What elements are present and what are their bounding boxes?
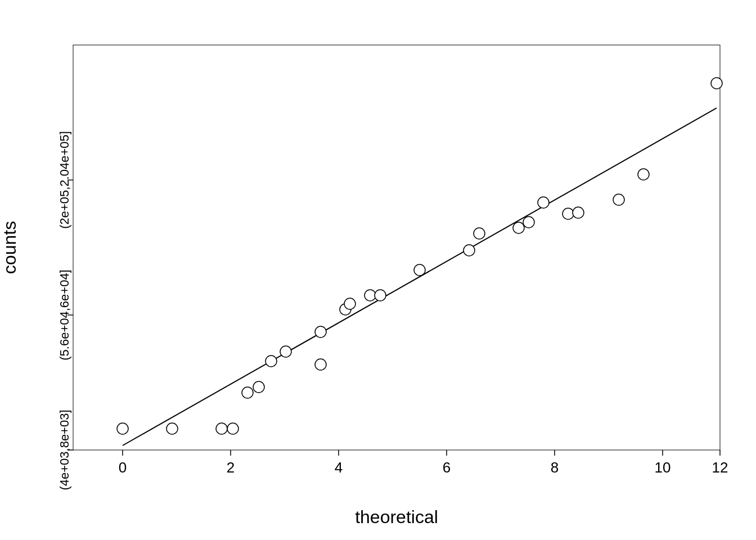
x-tick-6: 6 — [443, 459, 451, 476]
x-tick-4: 4 — [335, 459, 343, 476]
data-point-14 — [375, 290, 386, 301]
x-tick-2: 2 — [227, 459, 235, 476]
data-point-16 — [464, 245, 475, 256]
data-point-10 — [315, 359, 326, 370]
data-point-9 — [315, 326, 326, 338]
y-axis-label: counts — [0, 221, 20, 274]
x-tick-10: 10 — [655, 459, 671, 476]
data-point-24 — [638, 169, 649, 180]
data-point-25 — [711, 78, 722, 89]
svg-rect-1 — [73, 45, 720, 450]
x-tick-0: 0 — [119, 459, 127, 476]
chart-container: counts theoretical (4e+03,8e+03] (5.6e+0… — [0, 0, 756, 540]
data-point-6 — [253, 381, 264, 393]
data-point-1 — [117, 423, 128, 434]
main-chart: counts theoretical (4e+03,8e+03] (5.6e+0… — [0, 0, 756, 540]
data-point-2 — [166, 423, 178, 434]
data-point-15 — [414, 264, 425, 276]
data-point-7 — [266, 356, 277, 367]
data-point-5 — [242, 387, 253, 398]
data-point-20 — [538, 197, 549, 208]
data-point-22 — [573, 207, 584, 218]
data-point-18 — [513, 222, 524, 233]
data-point-23 — [613, 194, 624, 205]
data-point-19 — [523, 217, 534, 228]
x-tick-8: 8 — [551, 459, 559, 476]
x-axis-label: theoretical — [355, 507, 438, 527]
data-point-8 — [280, 346, 291, 357]
data-point-4 — [227, 423, 238, 434]
x-tick-12: 12 — [712, 459, 728, 476]
data-point-12 — [344, 298, 356, 309]
data-point-17 — [474, 228, 485, 239]
data-point-13 — [364, 290, 376, 301]
data-point-3 — [216, 423, 227, 434]
data-point-21 — [562, 208, 574, 219]
